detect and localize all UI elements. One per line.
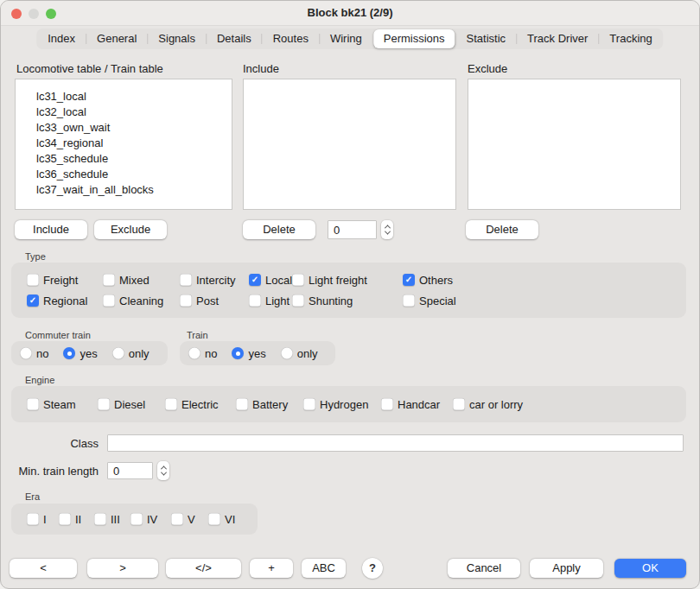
apply-button[interactable]: Apply [530, 559, 603, 578]
checkbox-icon [27, 274, 39, 286]
abc-button[interactable]: ABC [302, 559, 346, 578]
radio-commuter-yes[interactable]: yes [63, 346, 97, 360]
list-item[interactable]: lc31_local [36, 89, 232, 104]
checkbox-post[interactable]: Post [180, 294, 249, 307]
radio-icon [112, 347, 124, 359]
ok-button[interactable]: OK [614, 559, 686, 578]
checkbox-era-2[interactable]: II [59, 512, 94, 526]
checkbox-icon [130, 513, 143, 525]
radio-train-no[interactable]: no [188, 346, 217, 360]
checkbox-icon [94, 513, 106, 525]
checkbox-light-freight[interactable]: Light freight [292, 273, 403, 287]
radio-train-yes[interactable]: yes [232, 346, 265, 360]
checkbox-car-or-lorry[interactable]: car or lorry [453, 397, 686, 411]
checkbox-special[interactable]: Special [403, 294, 686, 307]
tab-wiring[interactable]: Wiring [320, 29, 372, 48]
checkbox-icon [98, 398, 110, 410]
class-input[interactable] [107, 434, 684, 452]
radio-icon [63, 347, 75, 359]
checkbox-era-5[interactable]: V [171, 512, 208, 526]
list-item[interactable]: lc35_schedule [36, 151, 232, 167]
commuter-radio-row: no yes only [11, 341, 168, 365]
checkbox-intercity[interactable]: Intercity [180, 273, 249, 287]
checkbox-regional[interactable]: Regional [27, 294, 103, 307]
exclude-list[interactable] [468, 79, 681, 210]
checkbox-icon [403, 274, 415, 286]
class-label: Class [1, 437, 99, 450]
tab-permissions[interactable]: Permissions [373, 29, 455, 48]
checkbox-icon [27, 513, 39, 525]
include-list-label: Include [243, 62, 279, 75]
checkbox-hydrogen[interactable]: Hydrogen [303, 397, 381, 411]
tab-track-driver[interactable]: Track Driver [517, 29, 598, 48]
next-button[interactable]: > [87, 559, 158, 578]
stepper-down-icon[interactable] [160, 470, 166, 476]
checkbox-cleaning[interactable]: Cleaning [103, 294, 180, 307]
checkbox-icon [180, 294, 192, 307]
close-window-button[interactable] [11, 9, 22, 19]
checkbox-icon [103, 294, 115, 307]
minimize-window-button[interactable] [29, 9, 39, 19]
zoom-window-button[interactable] [46, 9, 56, 19]
stepper-down-icon[interactable] [384, 229, 390, 235]
checkbox-diesel[interactable]: Diesel [98, 397, 165, 411]
checkbox-icon [208, 513, 220, 525]
checkbox-battery[interactable]: Battery [236, 397, 303, 411]
tab-routes[interactable]: Routes [263, 29, 319, 48]
radio-commuter-no[interactable]: no [20, 346, 48, 360]
checkbox-icon [292, 274, 304, 286]
exclude-button[interactable]: Exclude [94, 220, 167, 239]
list-item[interactable]: lc32_local [36, 104, 232, 120]
checkbox-freight[interactable]: Freight [27, 273, 103, 287]
checkbox-handcar[interactable]: Handcar [381, 397, 453, 411]
tab-signals[interactable]: Signals [148, 29, 206, 48]
traffic-lights [11, 9, 56, 19]
delete-include-button[interactable]: Delete [243, 220, 315, 239]
prev-button[interactable]: < [10, 559, 77, 578]
tab-tracking[interactable]: Tracking [599, 29, 662, 48]
list-item[interactable]: lc37_wait_in_all_blocks [36, 182, 232, 198]
radio-commuter-only[interactable]: only [112, 346, 150, 360]
include-button[interactable]: Include [15, 220, 87, 239]
min-train-length-spinner[interactable] [107, 462, 153, 479]
commuter-train-panel: no yes only [11, 341, 168, 365]
title-bar[interactable]: Block bk21 (2/9) [1, 1, 699, 26]
checkbox-icon [27, 398, 39, 410]
checkbox-shunting[interactable]: Shunting [292, 294, 403, 307]
min-train-length-stepper[interactable] [157, 461, 169, 480]
include-list[interactable] [243, 79, 456, 210]
checkbox-electric[interactable]: Electric [165, 397, 236, 411]
checkbox-mixed[interactable]: Mixed [103, 273, 180, 287]
checkbox-era-6[interactable]: VI [208, 512, 258, 526]
checkbox-others[interactable]: Others [403, 273, 686, 287]
add-button[interactable]: + [250, 559, 293, 578]
checkbox-icon [453, 398, 465, 410]
checkbox-local[interactable]: Local [249, 273, 292, 287]
list-item[interactable]: lc34_regional [36, 136, 232, 151]
include-index-stepper[interactable] [381, 220, 393, 239]
checkbox-era-4[interactable]: IV [130, 512, 171, 526]
help-button[interactable]: ? [362, 558, 383, 579]
list-item[interactable]: lc33_own_wait [36, 120, 232, 136]
tab-index[interactable]: Index [37, 29, 86, 48]
include-index-spinner[interactable] [328, 220, 377, 239]
tab-details[interactable]: Details [207, 29, 262, 48]
min-train-length-label: Min. train length [1, 465, 99, 478]
checkbox-icon [303, 398, 315, 410]
era-checkbox-row: I II III IV V VI [11, 504, 258, 535]
checkbox-light[interactable]: Light [249, 294, 292, 307]
checkbox-era-3[interactable]: III [94, 512, 130, 526]
radio-train-only[interactable]: only [281, 346, 318, 360]
locomotive-list[interactable]: lc31_local lc32_local lc33_own_wait lc34… [15, 79, 232, 210]
checkbox-icon [59, 513, 71, 525]
tab-general[interactable]: General [86, 29, 147, 48]
list-item[interactable]: lc36_schedule [36, 167, 232, 182]
code-button[interactable]: </> [166, 559, 241, 578]
tab-statistic[interactable]: Statistic [456, 29, 517, 48]
checkbox-era-1[interactable]: I [27, 512, 59, 526]
delete-exclude-button[interactable]: Delete [466, 220, 538, 239]
train-radio-row: no yes only [180, 341, 335, 365]
checkbox-steam[interactable]: Steam [27, 397, 98, 411]
type-checkbox-grid: Freight Mixed Intercity Local Light frei… [11, 263, 686, 318]
cancel-button[interactable]: Cancel [448, 559, 520, 578]
